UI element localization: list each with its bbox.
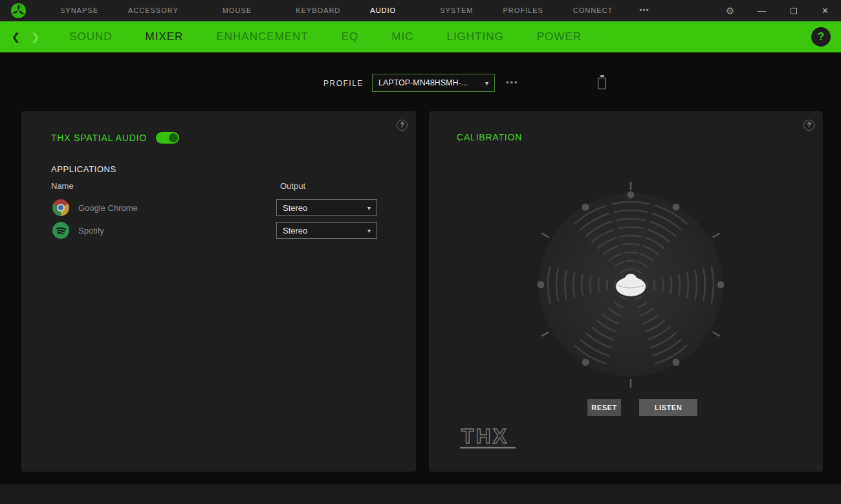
app-name: Spotify — [78, 226, 104, 236]
tab-mic[interactable]: MIC — [391, 30, 413, 43]
minimize-button[interactable]: — — [746, 0, 778, 21]
nav-forward-chevron-icon[interactable]: ❯ — [28, 27, 44, 47]
output-dropdown-spotify[interactable]: Stereo ▾ — [276, 222, 377, 239]
app-row-spotify: Spotify Stereo ▾ — [51, 219, 400, 241]
spatial-title-row: THX SPATIAL AUDIO — [51, 132, 179, 144]
titlebar: SYNAPSE ACCESSORY MOUSE KEYBOARD AUDIO S… — [0, 0, 841, 21]
menu-item-audio[interactable]: AUDIO — [355, 0, 411, 21]
column-header-output: Output — [280, 181, 305, 191]
tab-mixer[interactable]: MIXER — [146, 30, 184, 43]
bottom-bar — [0, 485, 841, 504]
output-dropdown-value: Stereo — [283, 226, 307, 236]
profile-more-button[interactable]: ••• — [506, 78, 519, 87]
close-button[interactable]: ✕ — [809, 0, 841, 21]
calibration-dial — [524, 178, 737, 391]
top-menu: SYNAPSE ACCESSORY MOUSE KEYBOARD AUDIO S… — [45, 0, 661, 21]
menu-item-keyboard[interactable]: KEYBOARD — [281, 0, 355, 21]
panel-help-icon[interactable]: ? — [803, 120, 814, 131]
app-row-chrome: Google Chrome Stereo ▾ — [51, 197, 400, 219]
thx-logo: THX — [459, 423, 523, 452]
chevron-down-icon: ▾ — [481, 80, 488, 87]
menu-item-synapse[interactable]: SYNAPSE — [45, 0, 113, 21]
chrome-icon — [52, 199, 69, 216]
applications-label: APPLICATIONS — [51, 164, 116, 174]
razer-logo-icon[interactable] — [11, 3, 26, 18]
profile-label: PROFILE — [323, 79, 364, 88]
tab-power[interactable]: POWER — [537, 30, 582, 43]
chevron-down-icon: ▾ — [364, 204, 371, 212]
thx-spatial-audio-panel: ? THX SPATIAL AUDIO APPLICATIONS Name Ou… — [21, 111, 416, 472]
subnav-tabs: SOUND MIXER ENHANCEMENT EQ MIC LIGHTING … — [69, 30, 582, 43]
maximize-button[interactable] — [778, 0, 809, 21]
tab-enhancement[interactable]: ENHANCEMENT — [216, 30, 308, 43]
reset-button[interactable]: RESET — [587, 399, 621, 416]
chrome-icon-core — [57, 204, 65, 212]
nav-back-chevron-icon[interactable]: ❮ — [8, 27, 24, 47]
column-header-name: Name — [51, 181, 74, 191]
tab-sound[interactable]: SOUND — [69, 30, 112, 43]
menu-item-system[interactable]: SYSTEM — [425, 0, 488, 21]
profile-bar: PROFILE LAPTOP-MN48HSMH-... ▾ ••• — [0, 74, 841, 92]
app-name: Google Chrome — [78, 203, 138, 213]
spatial-panel-title: THX SPATIAL AUDIO — [51, 133, 147, 143]
chevron-down-icon: ▾ — [364, 227, 371, 234]
window-controls: ⚙ — ✕ — [714, 0, 841, 21]
help-button[interactable]: ? — [811, 27, 831, 47]
calibration-panel-title: CALIBRATION — [457, 132, 522, 142]
tab-eq[interactable]: EQ — [342, 30, 359, 43]
output-dropdown-chrome[interactable]: Stereo ▾ — [276, 199, 377, 216]
calibration-panel: ? CALIBRATION — [429, 111, 823, 472]
profile-dropdown-value: LAPTOP-MN48HSMH-... — [378, 78, 468, 87]
menu-more-icon[interactable]: ••• — [628, 0, 661, 21]
settings-gear-icon[interactable]: ⚙ — [714, 0, 746, 21]
calibration-buttons: RESET LISTEN — [587, 399, 697, 416]
menu-item-mouse[interactable]: MOUSE — [208, 0, 267, 21]
listen-button[interactable]: LISTEN — [639, 399, 697, 416]
audio-subnav: ❮ ❯ SOUND MIXER ENHANCEMENT EQ MIC LIGHT… — [0, 21, 841, 52]
thx-spatial-toggle[interactable] — [156, 132, 179, 144]
toggle-knob — [169, 133, 178, 142]
battery-icon — [598, 78, 606, 89]
panel-help-icon[interactable]: ? — [397, 120, 408, 131]
thx-logo-text: THX — [461, 424, 508, 448]
maximize-icon — [791, 8, 797, 14]
menu-item-connect[interactable]: CONNECT — [558, 0, 628, 21]
tab-lighting[interactable]: LIGHTING — [446, 30, 503, 43]
profile-dropdown[interactable]: LAPTOP-MN48HSMH-... ▾ — [372, 74, 495, 92]
menu-item-profiles[interactable]: PROFILES — [488, 0, 558, 21]
spotify-icon — [52, 222, 69, 239]
menu-item-accessory[interactable]: ACCESSORY — [113, 0, 193, 21]
output-dropdown-value: Stereo — [283, 203, 307, 213]
